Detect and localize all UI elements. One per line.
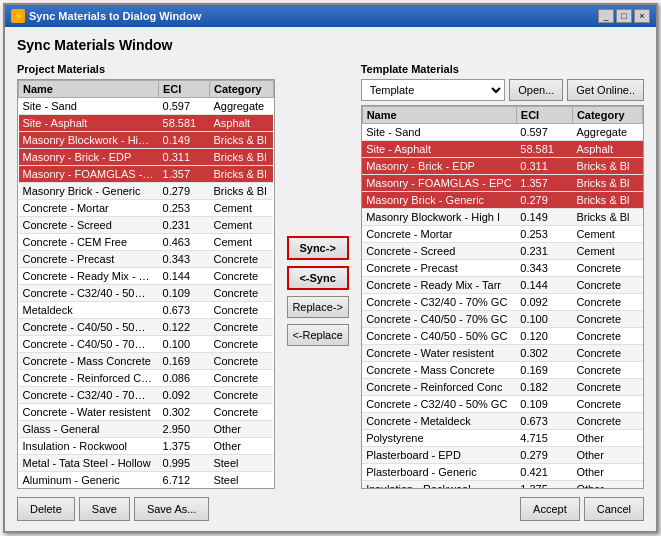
- cell-eci: 0.343: [516, 260, 572, 277]
- cell-cat: Bricks & Bl: [572, 209, 642, 226]
- table-row[interactable]: Concrete - Mass Concrete 0.169 Concrete: [362, 362, 642, 379]
- table-row[interactable]: Concrete - C32/40 - 50% GC 0.109 Concret…: [19, 285, 274, 302]
- cell-cat: Concrete: [572, 260, 642, 277]
- cell-cat: Concrete: [572, 379, 642, 396]
- cell-name: Concrete - Metaldeck: [362, 413, 516, 430]
- table-row[interactable]: Metaldeck 0.673 Concrete: [19, 302, 274, 319]
- table-row[interactable]: Concrete - C32/40 - 50% GC 0.109 Concret…: [362, 396, 642, 413]
- table-row[interactable]: Site - Asphalt 58.581 Asphalt: [19, 115, 274, 132]
- table-row[interactable]: Concrete - Reinforced Conc 0.182 Concret…: [362, 379, 642, 396]
- cell-name: Concrete - C40/50 - 50% GC: [19, 319, 159, 336]
- table-row[interactable]: Concrete - C40/50 - 50% GC 0.120 Concret…: [362, 328, 642, 345]
- replace-backward-button[interactable]: <-Replace: [287, 324, 349, 346]
- cell-cat: Other: [572, 464, 642, 481]
- table-row[interactable]: Concrete - Mortar 0.253 Cement: [19, 200, 274, 217]
- table-row[interactable]: Masonry - FOAMGLAS - EPC 1.357 Bricks & …: [362, 175, 642, 192]
- cell-cat: Cement: [209, 234, 273, 251]
- cell-eci: 1.357: [159, 166, 210, 183]
- cell-eci: 4.715: [516, 430, 572, 447]
- cell-cat: Concrete: [209, 387, 273, 404]
- table-row[interactable]: Concrete - Ready Mix - Tarr 0.144 Concre…: [362, 277, 642, 294]
- table-row[interactable]: Site - Sand 0.597 Aggregate: [362, 124, 642, 141]
- table-row[interactable]: Concrete - Screed 0.231 Cement: [362, 243, 642, 260]
- cancel-button[interactable]: Cancel: [584, 497, 644, 521]
- table-row[interactable]: Masonry Blockwork - High I 0.149 Bricks …: [362, 209, 642, 226]
- right-panel-title: Template Materials: [361, 63, 644, 75]
- table-row[interactable]: Concrete - C40/50 - 70% GC 0.100 Concret…: [362, 311, 642, 328]
- cell-eci: 0.120: [516, 328, 572, 345]
- table-row[interactable]: Concrete - Water resistent 0.302 Concret…: [19, 404, 274, 421]
- cell-name: Concrete - Reinforced Conc: [362, 379, 516, 396]
- table-row[interactable]: Concrete - Screed 0.231 Cement: [19, 217, 274, 234]
- delete-button[interactable]: Delete: [17, 497, 75, 521]
- cell-cat: Concrete: [209, 268, 273, 285]
- save-button[interactable]: Save: [79, 497, 130, 521]
- cell-name: Plasterboard - Generic: [362, 464, 516, 481]
- template-select[interactable]: Template: [361, 79, 506, 101]
- cell-cat: Concrete: [209, 285, 273, 302]
- table-row[interactable]: Concrete - C40/50 - 70% GC 0.100 Concret…: [19, 336, 274, 353]
- cell-name: Concrete - C40/50 - 50% GC: [362, 328, 516, 345]
- table-row[interactable]: Masonry - Brick - EDP 0.311 Bricks & Bl: [19, 149, 274, 166]
- table-row[interactable]: Site - Asphalt 58.581 Asphalt: [362, 141, 642, 158]
- save-as-button[interactable]: Save As...: [134, 497, 210, 521]
- table-row[interactable]: Plasterboard - Generic 0.421 Other: [362, 464, 642, 481]
- cell-eci: 0.302: [516, 345, 572, 362]
- cell-eci: 0.231: [159, 217, 210, 234]
- cell-cat: Asphalt: [209, 115, 273, 132]
- table-row[interactable]: Insulation - Rockwool 1.375 Other: [19, 438, 274, 455]
- accept-button[interactable]: Accept: [520, 497, 580, 521]
- table-row[interactable]: Concrete - CEM Free 0.463 Cement: [19, 234, 274, 251]
- cell-cat: Cement: [572, 226, 642, 243]
- table-row[interactable]: Metal - Tata Steel - Hollow 0.995 Steel: [19, 455, 274, 472]
- table-row[interactable]: Concrete - Reinforced Conc 0.086 Concret…: [19, 370, 274, 387]
- table-row[interactable]: Concrete - Mass Concrete 0.169 Concrete: [19, 353, 274, 370]
- cell-name: Plasterboard - EPD: [362, 447, 516, 464]
- table-row[interactable]: Masonry Blockwork - High I 0.149 Bricks …: [19, 132, 274, 149]
- table-row[interactable]: Masonry Brick - Generic 0.279 Bricks & B…: [19, 183, 274, 200]
- right-col-name: Name: [362, 107, 516, 124]
- table-row[interactable]: Polystyrene 4.715 Other: [362, 430, 642, 447]
- table-row[interactable]: Concrete - Precast 0.343 Concrete: [19, 251, 274, 268]
- table-row[interactable]: Concrete - C32/40 - 70% GC 0.092 Concret…: [19, 387, 274, 404]
- cell-eci: 2.950: [159, 421, 210, 438]
- replace-forward-button[interactable]: Replace->: [287, 296, 349, 318]
- project-materials-table-container[interactable]: Name ECI Category Site - Sand 0.597 Aggr…: [17, 79, 275, 489]
- get-online-button[interactable]: Get Online..: [567, 79, 644, 101]
- table-row[interactable]: Glass - General 2.950 Other: [19, 421, 274, 438]
- table-row[interactable]: Plasterboard - EPD 0.279 Other: [362, 447, 642, 464]
- sync-backward-button[interactable]: <-Sync: [287, 266, 349, 290]
- cell-cat: Bricks & Bl: [209, 183, 273, 200]
- cell-eci: 58.581: [159, 115, 210, 132]
- sync-forward-button[interactable]: Sync->: [287, 236, 349, 260]
- close-button[interactable]: ×: [634, 9, 650, 23]
- title-bar: ⚡ Sync Materials to Dialog Window _ □ ×: [5, 5, 656, 27]
- right-panel: Template Materials Template Open... Get …: [361, 63, 644, 489]
- table-row[interactable]: Concrete - Water resistent 0.302 Concret…: [362, 345, 642, 362]
- minimize-button[interactable]: _: [598, 9, 614, 23]
- table-row[interactable]: Site - Sand 0.597 Aggregate: [19, 98, 274, 115]
- open-button[interactable]: Open...: [509, 79, 563, 101]
- cell-eci: 0.673: [516, 413, 572, 430]
- template-materials-table-container[interactable]: Name ECI Category Site - Sand 0.597 Aggr…: [361, 105, 644, 489]
- table-row[interactable]: Concrete - Metaldeck 0.673 Concrete: [362, 413, 642, 430]
- table-row[interactable]: Concrete - Mortar 0.253 Cement: [362, 226, 642, 243]
- table-row[interactable]: Aluminum - Generic 6.712 Steel: [19, 472, 274, 489]
- cell-eci: 58.581: [516, 141, 572, 158]
- table-row[interactable]: Concrete - C32/40 - 70% GC 0.092 Concret…: [362, 294, 642, 311]
- maximize-button[interactable]: □: [616, 9, 632, 23]
- table-row[interactable]: Masonry Brick - Generic 0.279 Bricks & B…: [362, 192, 642, 209]
- right-table-header: Name ECI Category: [362, 107, 642, 124]
- table-row[interactable]: Concrete - Precast 0.343 Concrete: [362, 260, 642, 277]
- table-row[interactable]: Masonry - Brick - EDP 0.311 Bricks & Bl: [362, 158, 642, 175]
- cell-eci: 0.144: [159, 268, 210, 285]
- cell-name: Concrete - Precast: [362, 260, 516, 277]
- table-row[interactable]: Concrete - C40/50 - 50% GC 0.122 Concret…: [19, 319, 274, 336]
- table-row[interactable]: Concrete - Ready Mix - Tarr 0.144 Concre…: [19, 268, 274, 285]
- cell-cat: Cement: [209, 217, 273, 234]
- table-row[interactable]: Insulation - Rockwool 1.375 Other: [362, 481, 642, 490]
- cell-name: Glass - General: [19, 421, 159, 438]
- cell-cat: Cement: [209, 200, 273, 217]
- table-row[interactable]: Masonry - FOAMGLAS - EPC 1.357 Bricks & …: [19, 166, 274, 183]
- cell-eci: 0.109: [159, 285, 210, 302]
